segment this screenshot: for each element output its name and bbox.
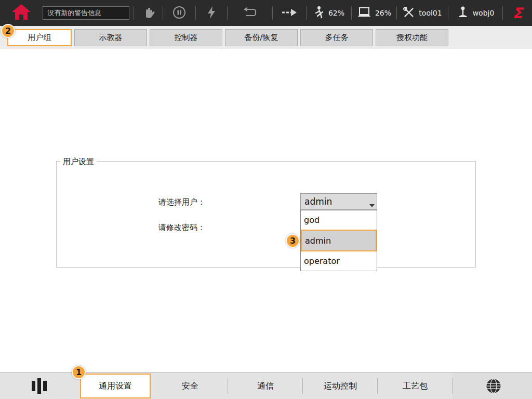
nav-process-package[interactable]: 工艺包 <box>378 373 452 399</box>
tab-usergroup[interactable]: 用户组 <box>7 29 72 46</box>
annotation-badge-3: 3 <box>286 234 300 248</box>
nav-general-settings[interactable]: 通用设置 <box>80 374 151 398</box>
apps-menu-button[interactable] <box>30 378 49 394</box>
apps-icon <box>30 386 49 396</box>
wobj-selector[interactable]: wobj0 <box>448 0 502 26</box>
brand-logo-icon: Σ <box>512 5 522 22</box>
tool-selector[interactable]: tool01 <box>397 0 448 26</box>
chevron-down-icon <box>369 204 375 207</box>
divider <box>228 378 228 394</box>
tool-icon <box>403 6 415 20</box>
divider <box>377 378 378 394</box>
lightning-icon <box>206 5 217 21</box>
user-dropdown-list: god admin operator <box>300 210 377 271</box>
wobj-value: wobj0 <box>473 9 495 17</box>
dropdown-option-operator[interactable]: operator <box>301 251 377 271</box>
divider <box>302 378 303 394</box>
settings-tab-bar: 用户组 示教器 控制器 备份/恢复 多任务 授权功能 <box>0 26 532 49</box>
user-settings-groupbox <box>56 161 476 268</box>
tab-teach-pendant[interactable]: 示教器 <box>74 29 147 46</box>
user-dropdown-value: admin <box>304 196 332 207</box>
home-icon <box>11 3 32 23</box>
speed-indicator: 62% <box>307 0 351 26</box>
groupbox-title: 用户设置 <box>60 157 97 167</box>
run-speed-icon <box>313 6 325 21</box>
step-forward-icon <box>281 7 298 20</box>
nav-communication[interactable]: 通信 <box>229 373 302 399</box>
divider <box>452 378 453 394</box>
top-status-bar: 没有新的警告信息 <box>0 0 532 26</box>
screen: 没有新的警告信息 <box>0 0 532 399</box>
tab-backup-restore[interactable]: 备份/恢复 <box>225 29 298 46</box>
controller-load-indicator: 26% <box>352 0 396 26</box>
nav-motion-control[interactable]: 运动控制 <box>303 373 377 399</box>
home-button[interactable] <box>0 0 43 26</box>
annotation-badge-1: 1 <box>72 365 86 379</box>
tab-authorization[interactable]: 授权功能 <box>376 29 448 46</box>
select-user-label: 请选择用户： <box>158 197 205 207</box>
nav-safety[interactable]: 安全 <box>153 373 227 399</box>
globe-icon <box>485 387 502 396</box>
pause-icon <box>172 6 186 21</box>
dropdown-option-admin[interactable]: admin <box>301 230 377 251</box>
language-globe-button[interactable] <box>485 378 502 394</box>
annotation-badge-2: 2 <box>1 24 15 38</box>
change-password-label: 请修改密码： <box>158 223 205 233</box>
hand-icon <box>142 6 155 21</box>
laptop-icon <box>357 6 371 20</box>
loop-icon <box>242 6 258 20</box>
speed-value: 62% <box>328 9 344 17</box>
manual-mode-button[interactable] <box>134 0 163 26</box>
loop-mode-button[interactable] <box>228 0 272 26</box>
joystick-icon <box>457 6 469 21</box>
step-forward-button[interactable] <box>273 0 306 26</box>
servo-power-button[interactable] <box>196 0 227 26</box>
controller-load-value: 26% <box>375 9 391 17</box>
alarm-message-box: 没有新的警告信息 <box>43 6 129 20</box>
user-dropdown[interactable]: admin <box>300 193 377 210</box>
dropdown-option-god[interactable]: god <box>301 210 377 230</box>
tool-value: tool01 <box>419 9 442 17</box>
pause-button[interactable] <box>163 0 195 26</box>
brand-logo: Σ <box>503 0 532 26</box>
tab-multitask[interactable]: 多任务 <box>300 29 373 46</box>
tab-controller[interactable]: 控制器 <box>150 29 222 46</box>
